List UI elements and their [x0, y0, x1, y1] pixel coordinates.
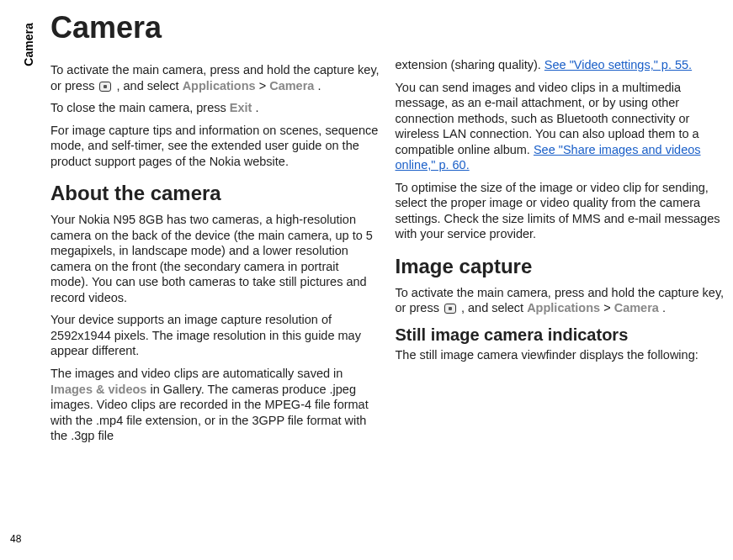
- menu-item-images-videos: Images & videos: [50, 383, 146, 396]
- paragraph: You can send images and video clips in a…: [396, 80, 725, 173]
- paragraph: To close the main camera, press Exit .: [50, 100, 380, 116]
- sidebar-section-label: Camera: [22, 23, 35, 66]
- paragraph: To activate the main camera, press and h…: [50, 62, 380, 93]
- menu-key-icon: [444, 304, 456, 314]
- menu-item-camera: Camera: [614, 301, 659, 314]
- paragraph: The images and video clips are automatic…: [50, 366, 380, 444]
- content-area: Camera To activate the main camera, pres…: [50, 8, 725, 552]
- link-video-settings[interactable]: See "Video settings," p. 55.: [544, 58, 692, 71]
- paragraph: Your Nokia N95 8GB has two cameras, a hi…: [50, 212, 380, 305]
- page-title: Camera: [50, 8, 380, 47]
- paragraph: For image capture tips and information o…: [50, 123, 380, 170]
- section-heading-about: About the camera: [50, 181, 380, 207]
- paragraph: extension (sharing quality). See "Video …: [396, 57, 725, 73]
- menu-item-camera: Camera: [269, 79, 314, 92]
- left-column: Camera To activate the main camera, pres…: [50, 8, 380, 552]
- text: .: [317, 79, 321, 92]
- text: , and select: [116, 79, 182, 92]
- text: >: [259, 79, 270, 92]
- text: , and select: [461, 301, 527, 314]
- text: .: [255, 101, 258, 114]
- section-heading-image-capture: Image capture: [396, 254, 725, 280]
- text: .: [662, 301, 666, 314]
- menu-item-applications: Applications: [527, 301, 600, 314]
- right-column: extension (sharing quality). See "Video …: [396, 8, 725, 552]
- text: extension (sharing quality).: [396, 58, 544, 71]
- text: >: [603, 301, 614, 314]
- paragraph: The still image camera viewfinder displa…: [396, 347, 725, 363]
- menu-item-exit: Exit: [230, 101, 252, 114]
- menu-key-icon: [99, 82, 111, 92]
- text: The images and video clips are automatic…: [50, 367, 343, 380]
- subheading-indicators: Still image camera indicators: [396, 325, 725, 346]
- menu-item-applications: Applications: [183, 79, 256, 92]
- text: To close the main camera, press: [50, 101, 230, 114]
- paragraph: To optimise the size of the image or vid…: [396, 180, 725, 242]
- paragraph: To activate the main camera, press and h…: [396, 285, 725, 316]
- page-number: 48: [10, 533, 21, 545]
- paragraph: Your device supports an image capture re…: [50, 312, 380, 359]
